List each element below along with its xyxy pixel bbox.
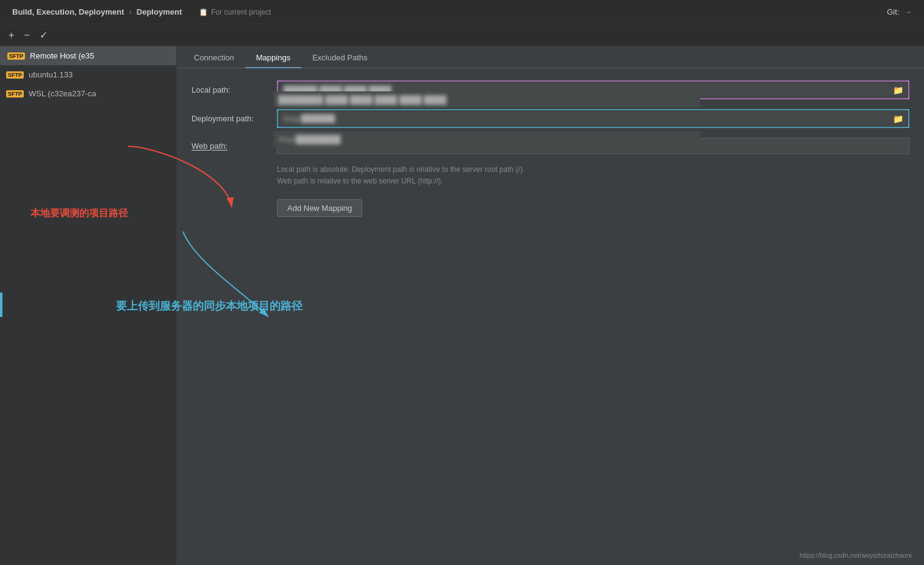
- local-path-row: Local path: 📁: [192, 80, 909, 99]
- accent-bar: [0, 293, 2, 317]
- sidebar-item-ubuntu-label: ubuntu1.133: [29, 70, 73, 79]
- confirm-button[interactable]: ✓: [37, 29, 50, 41]
- sftp-badge-wsl: SFTP: [6, 90, 24, 98]
- deployment-path-label: Deployment path:: [192, 114, 277, 123]
- cyan-annotation-text: 要上传到服务器的同步本地项目的路径: [116, 299, 303, 313]
- breadcrumb-separator: ›: [129, 7, 131, 16]
- sidebar-item-label: Remote Host (e35: [30, 51, 95, 60]
- deployment-path-input[interactable]: [279, 111, 908, 126]
- deployment-path-row: Deployment path: 📁: [192, 109, 909, 128]
- red-annotation-text: 本地要调测的项目路径: [30, 207, 128, 220]
- tab-excluded-paths[interactable]: Excluded Paths: [301, 48, 378, 68]
- local-path-input[interactable]: [279, 82, 908, 98]
- scope-text: For current project: [211, 8, 271, 16]
- breadcrumb-bar: Build, Execution, Deployment › Deploymen…: [0, 0, 924, 24]
- tab-connection[interactable]: Connection: [183, 48, 245, 68]
- info-text: Local path is absolute. Deployment path …: [277, 164, 909, 187]
- sftp-badge: SFTP: [7, 52, 25, 60]
- web-path-row: Web path:: [192, 138, 909, 154]
- local-path-folder-button[interactable]: 📁: [890, 84, 906, 96]
- breadcrumb-parent: Build, Execution, Deployment: [12, 7, 124, 16]
- deployment-path-input-wrapper: 📁: [277, 109, 909, 128]
- sftp-badge-ubuntu: SFTP: [6, 71, 24, 79]
- git-section: Git: →: [887, 7, 912, 16]
- sidebar-item-wsl-label: WSL (c32ea237-ca: [29, 89, 96, 98]
- breadcrumb-scope: 📋 For current project: [199, 8, 271, 16]
- git-arrow-icon: →: [904, 7, 912, 16]
- remove-button[interactable]: −: [21, 29, 32, 41]
- sidebar-item-wsl[interactable]: SFTP WSL (c32ea237-ca: [0, 84, 176, 103]
- add-new-mapping-button[interactable]: Add New Mapping: [277, 199, 362, 217]
- sidebar-item-ubuntu[interactable]: SFTP ubuntu1.133: [0, 65, 176, 84]
- tabs-bar: Connection Mappings Excluded Paths: [177, 46, 924, 68]
- sidebar-item-remote-host[interactable]: SFTP Remote Host (e35: [0, 46, 176, 65]
- tab-mappings[interactable]: Mappings: [245, 48, 301, 68]
- web-path-input-wrapper: [277, 138, 909, 154]
- scope-icon: 📋: [199, 8, 208, 16]
- info-line1: Local path is absolute. Deployment path …: [277, 164, 909, 176]
- info-line2: Web path is relative to the web server U…: [277, 176, 909, 187]
- mappings-panel: Local path: 📁 Deployment path: 📁 Web pat: [177, 68, 924, 565]
- bottom-url: https://blog.csdn.net/woyizhizaizhaoni: [800, 552, 912, 559]
- breadcrumb-current: Deployment: [137, 7, 182, 16]
- deployment-path-folder-button[interactable]: 📁: [890, 113, 906, 125]
- toolbar: + − ✓: [0, 24, 924, 46]
- git-label: Git:: [887, 7, 899, 16]
- add-button[interactable]: +: [6, 29, 16, 41]
- web-path-input[interactable]: [277, 138, 909, 154]
- web-path-label: Web path:: [192, 141, 277, 151]
- local-path-input-wrapper: 📁: [277, 80, 909, 99]
- local-path-label: Local path:: [192, 85, 277, 94]
